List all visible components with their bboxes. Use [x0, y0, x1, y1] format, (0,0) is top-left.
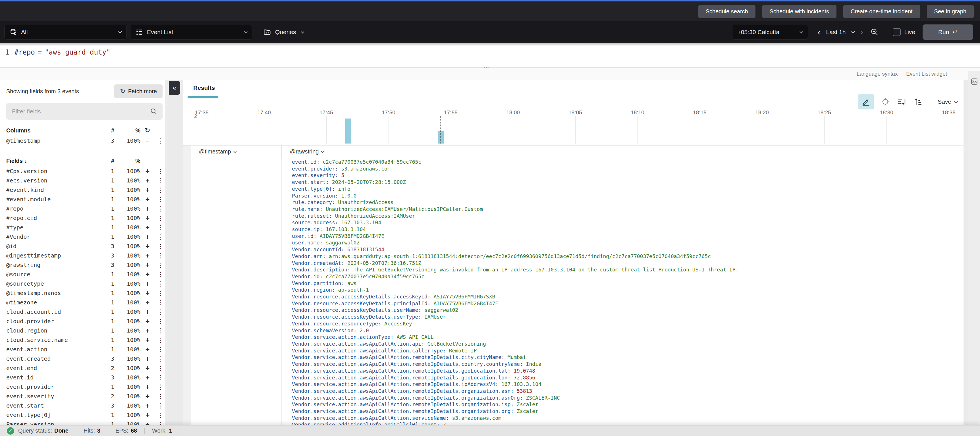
- queries-menu-button[interactable]: Queries: [258, 25, 309, 40]
- field-row[interactable]: event.created3100%+⋮: [0, 354, 169, 363]
- add-column-icon[interactable]: +: [140, 354, 154, 363]
- field-row[interactable]: @source1100%+⋮: [0, 270, 169, 279]
- log-line[interactable]: Vendor.service.action.awsApiCallAction.r…: [292, 354, 738, 361]
- annotate-pencil-button[interactable]: [858, 94, 874, 110]
- kebab-menu-icon[interactable]: ⋮: [154, 317, 167, 326]
- log-line[interactable]: Vendor.service.action.awsApiCallAction.r…: [292, 381, 738, 388]
- field-row[interactable]: @timezone1100%+⋮: [0, 298, 169, 307]
- kebab-menu-icon[interactable]: ⋮: [154, 326, 167, 336]
- kebab-menu-icon[interactable]: ⋮: [154, 185, 167, 195]
- field-row[interactable]: event.end2100%+⋮: [0, 363, 169, 373]
- kebab-menu-icon[interactable]: ⋮: [154, 363, 167, 373]
- time-range-back-button[interactable]: ‹: [816, 28, 822, 37]
- kebab-menu-icon[interactable]: ⋮: [154, 345, 167, 354]
- add-column-icon[interactable]: +: [140, 373, 154, 382]
- kebab-menu-icon[interactable]: ⋮: [154, 223, 167, 232]
- add-column-icon[interactable]: +: [140, 232, 154, 242]
- field-row[interactable]: event.provider1100%+⋮: [0, 382, 169, 391]
- see-in-graph-button[interactable]: See in graph: [927, 5, 974, 18]
- column-row-timestamp[interactable]: @timestamp 3 100% — ⋮: [0, 136, 169, 145]
- kebab-menu-icon[interactable]: ⋮: [154, 420, 167, 425]
- kebab-menu-icon[interactable]: ⋮: [154, 204, 167, 213]
- add-column-icon[interactable]: +: [140, 251, 154, 260]
- log-line[interactable]: rule.category: UnauthorizedAccess: [292, 199, 738, 206]
- add-column-icon[interactable]: +: [140, 307, 154, 317]
- rawstring-column-header[interactable]: @rawstring: [290, 148, 324, 155]
- add-column-icon[interactable]: +: [140, 401, 154, 411]
- field-row[interactable]: event.id3100%+⋮: [0, 373, 169, 382]
- kebab-menu-icon[interactable]: ⋮: [154, 336, 167, 345]
- field-row[interactable]: #repo1100%+⋮: [0, 204, 169, 213]
- kebab-menu-icon[interactable]: ⋮: [154, 251, 167, 260]
- add-column-icon[interactable]: +: [140, 336, 154, 345]
- kebab-menu-icon[interactable]: ⋮: [154, 270, 167, 279]
- kebab-menu-icon[interactable]: ⋮: [154, 260, 167, 270]
- log-line[interactable]: Vendor.resource.accessKeyDetails.userTyp…: [292, 313, 738, 320]
- remove-column-icon[interactable]: —: [140, 136, 154, 145]
- wrap-lines-button[interactable]: [897, 97, 906, 106]
- add-column-icon[interactable]: +: [140, 176, 154, 185]
- add-column-icon[interactable]: +: [140, 185, 154, 195]
- add-column-icon[interactable]: +: [140, 411, 154, 420]
- add-column-icon[interactable]: +: [140, 363, 154, 373]
- log-line[interactable]: Vendor.service.action.awsApiCallAction.r…: [292, 401, 738, 408]
- log-line[interactable]: user.id: AIDAY75VB6FMD2GB4I47E: [292, 233, 738, 240]
- tab-results[interactable]: Results: [193, 84, 215, 91]
- field-row[interactable]: @ingesttimestamp3100%+⋮: [0, 251, 169, 260]
- live-toggle[interactable]: Live: [893, 28, 915, 36]
- kebab-menu-icon[interactable]: ⋮: [154, 195, 167, 204]
- add-column-icon[interactable]: +: [140, 288, 154, 298]
- log-line[interactable]: Vendor.description: The API GetBucketVer…: [292, 266, 738, 273]
- time-range-selector[interactable]: Last 1h: [822, 25, 859, 40]
- add-column-icon[interactable]: +: [140, 326, 154, 336]
- log-line[interactable]: Vendor.region: ap-south-1: [292, 286, 738, 293]
- add-column-icon[interactable]: +: [140, 382, 154, 391]
- filter-fields-box[interactable]: [6, 103, 162, 120]
- live-checkbox[interactable]: [893, 28, 901, 36]
- right-rail-scrollbar[interactable]: [968, 71, 980, 436]
- editor-resize-handle[interactable]: ⋯: [483, 64, 490, 72]
- kebab-menu-icon[interactable]: ⋮: [154, 411, 167, 420]
- field-row[interactable]: Parser.version1100%+⋮: [0, 420, 169, 425]
- log-line[interactable]: event.type[0]: info: [292, 186, 738, 193]
- log-line[interactable]: Vendor.service.action.actionType: AWS_AP…: [292, 334, 738, 341]
- add-column-icon[interactable]: +: [140, 298, 154, 307]
- log-line[interactable]: Vendor.arn: arn:aws:guardduty:ap-south-1…: [292, 253, 738, 260]
- time-range-forward-button[interactable]: ›: [858, 28, 865, 37]
- run-button[interactable]: Run ↵: [923, 24, 973, 40]
- kebab-menu-icon[interactable]: ⋮: [154, 242, 167, 251]
- kebab-menu-icon[interactable]: ⋮: [154, 373, 167, 382]
- kebab-menu-icon[interactable]: ⋮: [154, 213, 167, 223]
- add-column-icon[interactable]: +: [140, 270, 154, 279]
- log-line[interactable]: Vendor.schemaVersion: 2.0: [292, 327, 738, 334]
- sort-order-button[interactable]: [913, 97, 923, 106]
- log-line[interactable]: Vendor.service.action.awsApiCallAction.c…: [292, 347, 738, 354]
- field-row[interactable]: @id3100%+⋮: [0, 242, 169, 251]
- add-column-icon[interactable]: +: [140, 391, 154, 401]
- log-line[interactable]: Vendor.createdAt: 2024-05-20T07:36:16.75…: [292, 260, 738, 267]
- field-row[interactable]: #event.kind1100%+⋮: [0, 185, 169, 195]
- log-line[interactable]: Vendor.service.action.awsApiCallAction.r…: [292, 374, 738, 381]
- language-syntax-link[interactable]: Language syntax: [857, 71, 898, 77]
- add-column-icon[interactable]: +: [140, 420, 154, 425]
- field-row[interactable]: #Vendor1100%+⋮: [0, 232, 169, 242]
- zoom-out-time-icon[interactable]: [870, 28, 879, 37]
- log-line[interactable]: rule.name: UnauthorizedAccess:IAMUser/Ma…: [292, 206, 738, 213]
- kebab-menu-icon[interactable]: ⋮: [154, 232, 167, 242]
- log-line[interactable]: event.start: 2024-05-20T07:28:15.000Z: [292, 179, 738, 186]
- save-dropdown[interactable]: Save: [938, 98, 957, 105]
- crosshair-button[interactable]: [881, 97, 889, 106]
- log-lines[interactable]: event.id: c2c7ca770037e5c07040a34f59cc76…: [292, 159, 738, 425]
- add-column-icon[interactable]: +: [140, 195, 154, 204]
- field-row[interactable]: event.action1100%+⋮: [0, 345, 169, 354]
- fields-title[interactable]: Fields ↓: [6, 158, 97, 164]
- log-line[interactable]: Vendor.accountId: 618318131544: [292, 246, 738, 253]
- log-line[interactable]: event.provider: s3.amazonaws.com: [292, 165, 738, 172]
- field-row[interactable]: event.type[0]1100%+⋮: [0, 411, 169, 420]
- field-row[interactable]: @sourcetype1100%+⋮: [0, 279, 169, 288]
- log-line[interactable]: Vendor.service.action.awsApiCallAction.r…: [292, 361, 738, 368]
- field-row[interactable]: @rawstring3100%+⋮: [0, 260, 169, 270]
- log-line[interactable]: Vendor.service.action.awsApiCallAction.r…: [292, 388, 738, 395]
- log-line[interactable]: source.address: 167.103.3.104: [292, 219, 738, 226]
- kebab-menu-icon[interactable]: ⋮: [154, 391, 167, 401]
